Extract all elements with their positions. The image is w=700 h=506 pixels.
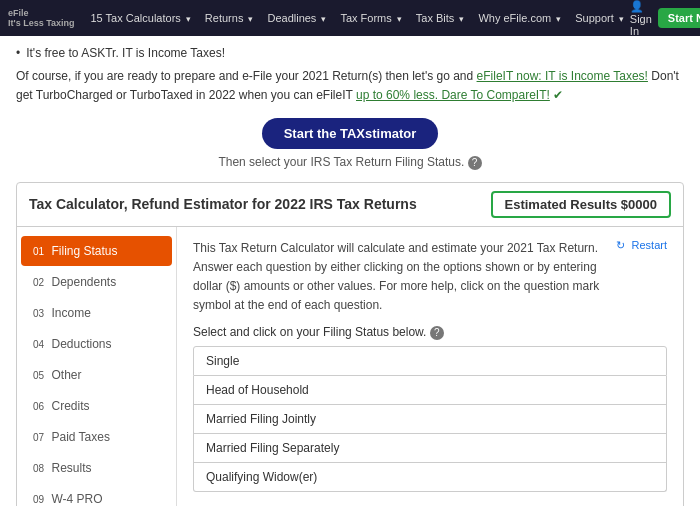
signin-link[interactable]: 👤 Sign In [630,0,652,37]
site-logo[interactable]: eFile It's Less Taxing [8,8,75,28]
filing-label: Select and click on your Filing Status b… [193,325,667,340]
restart-icon: ↻ [616,239,625,252]
calc-body: 01 Filing Status 02 Dependents 03 Income… [17,226,683,506]
promo-line1: Of course, if you are ready to prepare a… [16,67,684,105]
filing-option-married-jointly[interactable]: Married Filing Jointly [193,405,667,434]
help-icon[interactable]: ? [468,156,482,170]
chevron-down-icon: ▾ [321,14,326,24]
nav-items: 15 Tax Calculators ▾ Returns ▾ Deadlines… [85,12,630,24]
sidebar-item-other[interactable]: 05 Other [21,360,172,390]
logo-line1: eFile [8,8,75,18]
nav-item-taxbits[interactable]: Tax Bits ▾ [410,12,471,24]
filing-option-qualifying-widow[interactable]: Qualifying Widow(er) [193,463,667,492]
chevron-down-icon: ▾ [397,14,402,24]
nav-right: 👤 Sign In Start Now [630,0,700,37]
calculator-description: This Tax Return Calculator will calculat… [193,239,616,316]
filing-help-icon[interactable]: ? [430,326,444,340]
promo-section: • It's free to ASKTr. IT is Income Taxes… [0,36,700,110]
restart-button[interactable]: ↻ Restart [616,239,667,252]
user-icon: 👤 [630,0,644,12]
tax-calculator: Tax Calculator, Refund Estimator for 202… [16,182,684,506]
sidebar-item-dependents[interactable]: 02 Dependents [21,267,172,297]
filing-options-list: Single Head of Household Married Filing … [193,346,667,492]
estimated-results: Estimated Results $0000 [491,191,671,218]
filing-option-single[interactable]: Single [193,346,667,376]
taxstimator-button[interactable]: Start the TAXstimator [262,118,439,149]
calc-sidebar: 01 Filing Status 02 Dependents 03 Income… [17,227,177,506]
sidebar-item-w4-pro[interactable]: 09 W-4 PRO [21,484,172,506]
calc-main-panel: ↻ Restart This Tax Return Calculator wil… [177,227,683,506]
chevron-down-icon: ▾ [248,14,253,24]
calc-title: Tax Calculator, Refund Estimator for 202… [29,196,417,212]
sidebar-item-income[interactable]: 03 Income [21,298,172,328]
nav-item-returns[interactable]: Returns ▾ [199,12,260,24]
efile-link[interactable]: eFileIT now: IT is Income Taxes! [477,69,648,83]
sidebar-item-deductions[interactable]: 04 Deductions [21,329,172,359]
filing-option-head-of-household[interactable]: Head of Household [193,376,667,405]
nav-item-calculators[interactable]: 15 Tax Calculators ▾ [85,12,197,24]
sidebar-item-results[interactable]: 08 Results [21,453,172,483]
start-now-button[interactable]: Start Now [658,8,700,28]
desc-area: ↻ Restart This Tax Return Calculator wil… [193,239,667,326]
sidebar-item-paid-taxes[interactable]: 07 Paid Taxes [21,422,172,452]
sidebar-item-credits[interactable]: 06 Credits [21,391,172,421]
chevron-down-icon: ▾ [556,14,561,24]
chevron-down-icon: ▾ [619,14,624,24]
sidebar-item-filing-status[interactable]: 01 Filing Status [21,236,172,266]
logo-line2: It's Less Taxing [8,18,75,28]
nav-item-why[interactable]: Why eFile.com ▾ [472,12,567,24]
check-icon: ✔ [553,88,563,102]
calc-header: Tax Calculator, Refund Estimator for 202… [17,183,683,226]
nav-item-deadlines[interactable]: Deadlines ▾ [261,12,332,24]
chevron-down-icon: ▾ [186,14,191,24]
nav-item-taxforms[interactable]: Tax Forms ▾ [334,12,407,24]
cta-section: Start the TAXstimator Then select your I… [0,110,700,174]
estimated-value: $0000 [621,197,657,212]
filing-option-married-separately[interactable]: Married Filing Separately [193,434,667,463]
promo-bullet: • It's free to ASKTr. IT is Income Taxes… [16,44,684,63]
chevron-down-icon: ▾ [459,14,464,24]
top-navigation: eFile It's Less Taxing 15 Tax Calculator… [0,0,700,36]
cta-subtitle: Then select your IRS Tax Return Filing S… [0,155,700,170]
nav-item-support[interactable]: Support ▾ [569,12,630,24]
compare-link[interactable]: up to 60% less. Dare To CompareIT! [356,88,550,102]
